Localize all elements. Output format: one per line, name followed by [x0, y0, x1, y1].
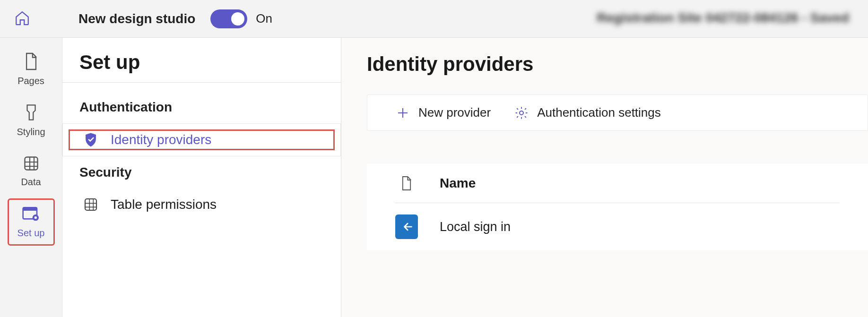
- nav-label: Table permissions: [111, 197, 217, 212]
- main-content: Identity providers New provider Authenti…: [341, 38, 868, 317]
- plus-icon: [396, 106, 410, 120]
- col-name[interactable]: Name: [440, 176, 476, 191]
- left-rail: Pages Styling Data Set up: [0, 38, 62, 317]
- rail-item-pages[interactable]: Pages: [8, 45, 55, 93]
- rail-label: Set up: [17, 228, 45, 239]
- toggle-switch[interactable]: [210, 9, 247, 28]
- table-icon: [82, 197, 99, 212]
- signin-icon: [395, 214, 418, 239]
- svg-point-3: [34, 216, 36, 219]
- shield-check-icon: [82, 132, 99, 148]
- nav-identity-providers[interactable]: Identity providers: [62, 123, 341, 156]
- group-authentication: Authentication: [62, 91, 341, 123]
- svg-point-5: [520, 111, 523, 115]
- save-status: Registration Site 042722-084126 - Saved: [597, 10, 849, 26]
- setup-sidepanel: Set up Authentication Identity providers…: [62, 38, 341, 317]
- rail-item-styling[interactable]: Styling: [8, 96, 55, 144]
- page-heading: Identity providers: [367, 53, 868, 76]
- header-title: New design studio: [78, 11, 195, 26]
- nav-label: Identity providers: [111, 132, 211, 147]
- rail-label: Pages: [17, 76, 44, 86]
- design-studio-toggle[interactable]: On: [210, 9, 272, 28]
- rail-item-setup[interactable]: Set up: [8, 198, 55, 246]
- rail-label: Data: [21, 177, 41, 188]
- file-icon: [395, 175, 418, 191]
- toggle-label: On: [256, 11, 272, 26]
- divider: [62, 82, 341, 83]
- table-header: Name: [395, 164, 840, 203]
- group-security: Security: [62, 156, 341, 188]
- svg-rect-0: [25, 157, 37, 170]
- new-provider-button[interactable]: New provider: [396, 105, 491, 120]
- cmd-label: Authentication settings: [537, 105, 661, 120]
- cmd-label: New provider: [418, 105, 491, 120]
- sidepanel-title: Set up: [62, 51, 341, 82]
- command-bar: New provider Authentication settings: [367, 94, 868, 131]
- row-name: Local sign in: [440, 220, 511, 234]
- home-icon[interactable]: [14, 10, 30, 28]
- auth-settings-button[interactable]: Authentication settings: [514, 105, 661, 120]
- rail-label: Styling: [17, 127, 45, 137]
- top-bar: New design studio On Registration Site 0…: [0, 0, 868, 38]
- svg-rect-4: [85, 199, 96, 210]
- rail-item-data[interactable]: Data: [8, 147, 55, 195]
- gear-icon: [514, 106, 529, 120]
- providers-table: Name Local sign in: [367, 164, 868, 250]
- table-row[interactable]: Local sign in: [395, 203, 840, 250]
- nav-table-permissions[interactable]: Table permissions: [62, 188, 341, 221]
